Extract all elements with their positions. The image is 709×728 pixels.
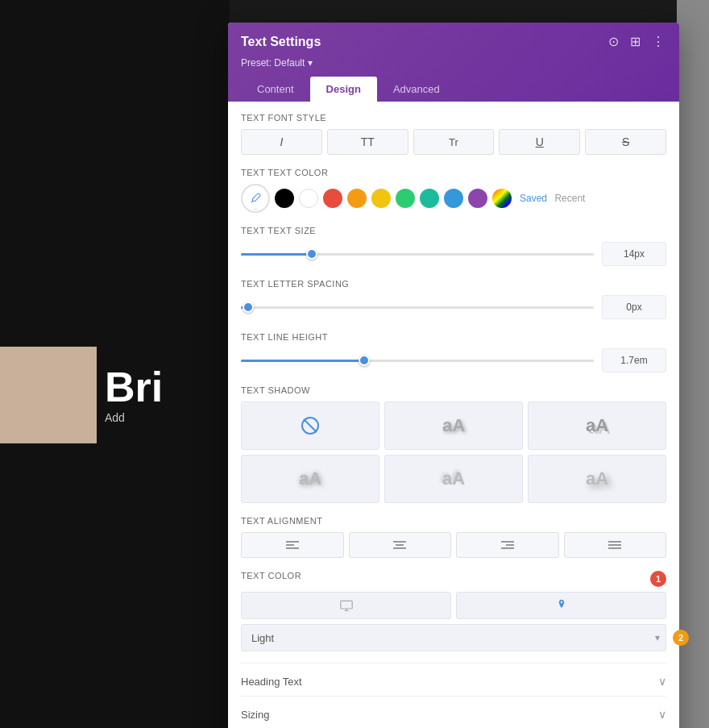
saved-label[interactable]: Saved (520, 193, 547, 204)
badge-2: 2 (673, 630, 689, 646)
text-alignment-section: Text Alignment (241, 516, 666, 558)
align-justify-btn[interactable] (564, 532, 667, 558)
shadow-option-1[interactable]: aA (384, 401, 523, 450)
font-btn-strikethrough[interactable]: S (585, 129, 666, 155)
line-height-track (241, 360, 594, 362)
line-height-fill (241, 360, 364, 362)
tab-advanced[interactable]: Advanced (377, 77, 456, 102)
line-height-label: Text Line Height (241, 332, 666, 342)
text-size-section: Text Text Size 14px (241, 226, 666, 266)
shadow-option-5[interactable]: aA (528, 455, 666, 503)
color-select-row: Light Dark ▾ 2 (241, 624, 666, 651)
heading-text-chevron: ∨ (658, 675, 666, 688)
shadow-options-grid: aA aA aA aA aA (241, 401, 666, 503)
panel-icon-screen[interactable]: ⊙ (607, 32, 620, 51)
alignment-buttons (241, 532, 666, 558)
sizing-header[interactable]: Sizing ∨ (241, 708, 666, 724)
background-tan (0, 347, 97, 443)
color-device-pin[interactable] (456, 592, 666, 619)
letter-spacing-value[interactable]: 0px (602, 295, 666, 319)
color-select[interactable]: Light Dark (241, 624, 666, 651)
letter-spacing-label: Text Letter Spacing (241, 279, 666, 289)
text-size-slider-container (241, 246, 594, 262)
text-size-thumb[interactable] (306, 248, 317, 260)
text-color-section-label: Text Color (241, 571, 301, 580)
no-shadow-icon (301, 416, 320, 435)
line-height-slider-container (241, 352, 594, 368)
background-right (677, 0, 709, 728)
text-color-label-row: Text Color 1 (241, 571, 666, 587)
text-shadow-label: Text Shadow (241, 385, 666, 395)
color-device-buttons (241, 592, 666, 619)
text-settings-panel: Text Settings ⊙ ⊞ ⋮ Preset: Default ▾ Co… (228, 23, 679, 728)
shadow-option-none[interactable] (241, 401, 379, 450)
heading-text-header[interactable]: Heading Text ∨ (241, 675, 666, 691)
font-style-buttons: I TT Tr U S (241, 129, 666, 155)
letter-spacing-slider-container (241, 299, 594, 315)
line-height-slider-row: 1.7em (241, 348, 666, 372)
letter-spacing-track (241, 306, 594, 309)
font-btn-uppercase[interactable]: TT (327, 129, 408, 155)
svg-line-1 (304, 419, 317, 432)
text-font-style-section: Text Font Style I TT Tr U S (241, 113, 666, 155)
swatch-green[interactable] (396, 189, 415, 208)
text-size-value[interactable]: 14px (602, 242, 666, 266)
align-left-btn[interactable] (241, 532, 344, 558)
panel-header: Text Settings ⊙ ⊞ ⋮ Preset: Default ▾ Co… (228, 23, 679, 102)
text-shadow-section: Text Shadow aA aA aA aA (241, 385, 666, 503)
font-btn-underline[interactable]: U (499, 129, 580, 155)
align-left-icon (286, 540, 299, 550)
swatch-teal[interactable] (420, 189, 439, 208)
text-alignment-label: Text Alignment (241, 516, 666, 526)
color-swatches-row: Saved Recent (241, 184, 666, 213)
line-height-value[interactable]: 1.7em (602, 348, 666, 372)
pin-icon (557, 599, 566, 612)
text-text-color-section: Text Text Color Saved (241, 168, 666, 213)
letter-spacing-slider-row: 0px (241, 295, 666, 319)
tab-content[interactable]: Content (241, 77, 310, 102)
recent-label[interactable]: Recent (554, 193, 585, 204)
shadow-option-3[interactable]: aA (241, 455, 379, 503)
panel-icon-layout[interactable]: ⊞ (628, 32, 642, 51)
shadow-preview-1: aA (442, 415, 465, 436)
swatch-red[interactable] (323, 189, 342, 208)
text-size-label: Text Text Size (241, 226, 666, 235)
font-btn-capitalize[interactable]: Tr (413, 129, 495, 155)
sizing-section: Sizing ∨ (241, 696, 666, 724)
swatch-orange[interactable] (347, 189, 367, 208)
sizing-title: Sizing (241, 709, 269, 721)
swatch-rainbow[interactable] (492, 189, 512, 208)
align-justify-icon (608, 540, 621, 550)
align-center-icon (393, 540, 406, 550)
heading-text-title: Heading Text (241, 676, 302, 688)
color-picker-button[interactable] (241, 184, 270, 213)
text-size-slider-row: 14px (241, 242, 666, 266)
background-subtitle: Add (105, 411, 125, 424)
font-btn-italic[interactable]: I (241, 129, 322, 155)
line-height-section: Text Line Height 1.7em (241, 332, 666, 372)
shadow-option-2[interactable]: aA (528, 401, 666, 450)
text-size-track (241, 253, 594, 256)
swatch-blue[interactable] (444, 189, 463, 208)
swatch-purple[interactable] (468, 189, 487, 208)
badge-1: 1 (650, 571, 666, 587)
swatch-black[interactable] (275, 189, 294, 208)
line-height-thumb[interactable] (359, 355, 370, 366)
swatch-yellow[interactable] (371, 189, 391, 208)
text-color-device-section: Text Color 1 (241, 571, 666, 651)
text-font-style-label: Text Font Style (241, 113, 666, 123)
letter-spacing-thumb[interactable] (243, 302, 254, 313)
svg-point-17 (560, 601, 562, 603)
align-right-btn[interactable] (456, 532, 559, 558)
panel-body: Text Font Style I TT Tr U S Text Text Co… (228, 102, 679, 728)
text-text-color-label: Text Text Color (241, 168, 666, 177)
shadow-option-4[interactable]: aA (384, 455, 523, 503)
swatch-white[interactable] (299, 189, 318, 208)
align-center-btn[interactable] (349, 532, 452, 558)
panel-icon-more[interactable]: ⋮ (650, 32, 666, 51)
heading-text-section: Heading Text ∨ (241, 663, 666, 691)
background-title: Bri (105, 363, 163, 411)
color-device-desktop[interactable] (241, 592, 451, 619)
panel-preset[interactable]: Preset: Default ▾ (241, 57, 666, 69)
tab-design[interactable]: Design (310, 77, 377, 102)
